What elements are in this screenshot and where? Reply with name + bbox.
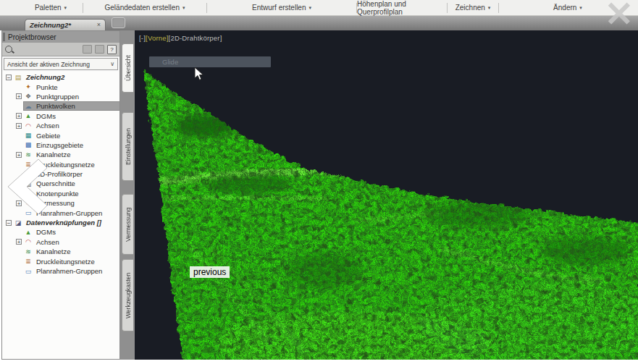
tree-item-punktgruppen[interactable]: +❖Punktgruppen: [2, 92, 119, 101]
tree-item-label: Achsen: [35, 238, 61, 246]
new-drawing-tab-icon[interactable]: [112, 17, 125, 28]
menu-item-zeichnen[interactable]: Zeichnen▾: [448, 0, 498, 15]
side-tab-übersicht[interactable]: Übersicht: [122, 43, 133, 93]
tree-item-label: DGMs: [35, 112, 57, 120]
drawing-tab[interactable]: Zeichnung2* ×: [25, 19, 106, 30]
menu-item-label: Ändern: [553, 4, 576, 12]
point-groups-icon: ❖: [24, 93, 33, 100]
tree-item-content: ◪Datenverknüpfungen []: [14, 219, 119, 227]
catchments-icon: ▩: [24, 141, 33, 148]
previous-chevron-icon[interactable]: [2, 158, 50, 216]
drawing-icon: ▤: [14, 74, 22, 81]
tree-item-label: DGMs: [35, 228, 57, 236]
pressure-networks-icon: ≣: [24, 258, 33, 265]
menu-item-label: Paletten: [35, 4, 62, 12]
side-tab-vermessung[interactable]: Vermessung: [122, 194, 133, 255]
tree-item-content: ◠Achsen: [24, 238, 119, 246]
tree-item-label: Punktwolken: [35, 102, 77, 110]
tree-item-punkte[interactable]: ✦Punkte: [2, 82, 119, 91]
tree-item-content: ▲DGMs: [24, 112, 119, 120]
menu-item-label: Zeichnen: [456, 4, 485, 12]
tree-item-content: ✦Punkte: [24, 83, 119, 91]
active-drawing-view-select[interactable]: Ansicht der aktiven Zeichnung ∨: [4, 58, 118, 70]
side-tab-einstellungen[interactable]: Einstellungen: [122, 112, 133, 181]
caret-down-icon: ▾: [488, 5, 491, 11]
tree-item-achsen[interactable]: +◠Achsen: [2, 121, 119, 130]
tree-item-label: Punktgruppen: [35, 93, 80, 101]
tree-item-kanalnetze[interactable]: ≋Kanalnetze: [2, 247, 119, 256]
tree-item-content: ▦Gebiete: [24, 132, 119, 140]
pipe-networks-icon: ≋: [24, 248, 33, 255]
tree-item-datenverknüpfungen[interactable]: −◪Datenverknüpfungen []: [2, 218, 119, 227]
sites-icon: ▦: [24, 132, 33, 139]
plan-frames-icon: ▭: [24, 268, 33, 275]
point-cloud-terrain: [135, 30, 638, 360]
expand-icon[interactable]: +: [16, 113, 22, 119]
tree-item-druckleitungsnetze[interactable]: ≣Druckleitungsnetze: [2, 256, 119, 266]
tree-item-planrahmen-gruppen[interactable]: ▭Planrahmen-Gruppen: [2, 266, 119, 276]
surfaces-icon: ▲: [24, 112, 33, 119]
expand-icon[interactable]: +: [16, 123, 22, 129]
palette-toolbar: ?: [2, 43, 119, 56]
tab-close-icon[interactable]: ×: [97, 22, 101, 28]
expand-icon[interactable]: +: [16, 93, 22, 99]
collapse-icon[interactable]: −: [6, 220, 12, 226]
collapse-icon[interactable]: −: [6, 75, 12, 80]
menu-item-paletten[interactable]: Paletten▾: [19, 0, 83, 15]
item-preview-icon[interactable]: [83, 45, 92, 54]
side-tab-werkzeugkasten[interactable]: Werkzeugkasten: [122, 259, 133, 331]
visual-style-token[interactable]: [2D-Drahtkörper]: [169, 34, 222, 42]
close-icon[interactable]: ✕: [605, 0, 634, 35]
tree-item-content: ❖Punktgruppen: [24, 93, 119, 101]
points-icon: ✦: [24, 83, 33, 90]
expand-icon[interactable]: +: [16, 239, 22, 245]
tree-item-label: Zeichnung2: [25, 73, 66, 81]
tree-item-label: Druckleitungsnetze: [35, 258, 96, 266]
menu-item-label: Höhenplan und Querprofilplan: [357, 0, 447, 16]
tree-item-content: ▤Zeichnung2: [14, 73, 119, 81]
caret-down-icon: ▾: [579, 5, 582, 11]
view-direction-token[interactable]: [Vorne]: [146, 34, 169, 42]
help-icon[interactable]: ?: [107, 45, 117, 54]
search-icon[interactable]: [5, 46, 12, 53]
tree-item-einzugsgebiete[interactable]: ▩Einzugsgebiete: [2, 140, 119, 150]
tree-item-punktwolken[interactable]: ☁Punktwolken: [2, 101, 119, 111]
tree-item-label: Einzugsgebiete: [35, 141, 85, 149]
menu-item-geländedaten-erstellen[interactable]: Geländedaten erstellen▾: [83, 0, 206, 15]
caret-down-icon: ▾: [308, 5, 311, 11]
tree-item-content: ▩Einzugsgebiete: [24, 141, 119, 149]
tree-item-content: ▲DGMs: [24, 228, 119, 236]
tree-item-content: ☁Punktwolken: [24, 102, 119, 110]
video-nav-previous-label[interactable]: previous: [190, 266, 230, 278]
tree-item-dgms[interactable]: ▲DGMs: [2, 227, 119, 237]
caret-down-icon: ▾: [182, 5, 185, 11]
alignments-icon: ◠: [24, 238, 33, 245]
tree-item-gebiete[interactable]: ▦Gebiete: [2, 130, 119, 140]
panel-display-icon[interactable]: [95, 45, 104, 54]
menu-item-entwurf-erstellen[interactable]: Entwurf erstellen▾: [207, 0, 356, 15]
viewport-menu-token[interactable]: [-]: [139, 34, 146, 42]
fading-tooltip-text: Glide: [162, 58, 178, 66]
menu-item-label: Entwurf erstellen: [252, 4, 306, 12]
tree-item-content: ≣Druckleitungsnetze: [24, 258, 119, 266]
menu-item-höhenplan-und-querprofilplan[interactable]: Höhenplan und Querprofilplan: [357, 0, 447, 15]
mouse-cursor: [194, 67, 204, 81]
palette-grip-handle[interactable]: [3, 33, 5, 41]
tree-item-label: Datenverknüpfungen []: [25, 219, 103, 227]
point-clouds-icon: ☁: [24, 103, 33, 110]
palette-header[interactable]: Projektbrowser: [2, 31, 119, 43]
ribbon-menu-bar: Paletten▾Geländedaten erstellen▾Entwurf …: [0, 0, 638, 16]
view-select-label: Ansicht der aktiven Zeichnung: [7, 61, 90, 68]
data-shortcuts-icon: ◪: [14, 219, 22, 227]
tree-item-achsen[interactable]: +◠Achsen: [2, 237, 119, 247]
drawing-tab-label: Zeichnung2*: [30, 21, 71, 29]
surfaces-icon: ▲: [24, 229, 33, 236]
expand-icon[interactable]: +: [16, 152, 22, 158]
alignments-icon: ◠: [24, 122, 33, 130]
tree-item-zeichnung2[interactable]: −▤Zeichnung2: [2, 72, 119, 82]
viewport-controls[interactable]: [-][Vorne][2D-Drahtkörper]: [139, 34, 222, 42]
tree-item-label: Planrahmen-Gruppen: [35, 267, 104, 275]
tree-item-content: ▭Planrahmen-Gruppen: [24, 267, 119, 275]
tree-item-dgms[interactable]: +▲DGMs: [2, 111, 119, 121]
model-viewport[interactable]: [-][Vorne][2D-Drahtkörper] Glide: [135, 30, 638, 360]
